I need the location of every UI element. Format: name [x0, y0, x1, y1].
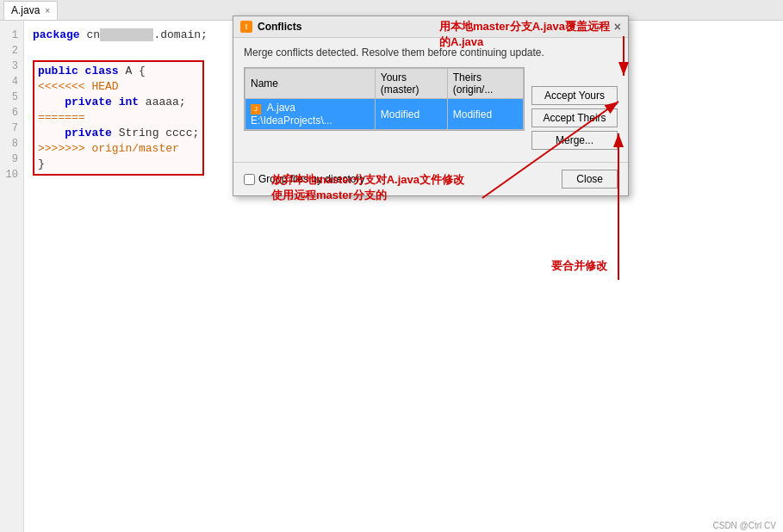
dialog-body: Merge conflicts detected. Resolve them b…	[233, 38, 628, 158]
code-line-6: =======	[38, 110, 199, 126]
code-line-8: >>>>>>> origin/master	[38, 141, 199, 157]
table-wrapper: Name Yours (master) Theirs (origin/... J…	[244, 67, 618, 150]
table-container: Name Yours (master) Theirs (origin/... J…	[244, 67, 525, 150]
conflict-block: public class A { <<<<<<< HEAD private in…	[33, 60, 204, 176]
table-body: J A.java E:\IdeaProjects\... Modified Mo…	[245, 99, 524, 130]
col-name: Name	[245, 69, 376, 99]
group-files-checkbox[interactable]	[244, 174, 255, 185]
group-files-label: Group files by directory	[258, 173, 364, 185]
cell-yours: Modified	[375, 99, 447, 130]
code-line-4: <<<<<<< HEAD	[38, 79, 199, 95]
dialog-title-left: ! Conflicts	[240, 21, 301, 33]
code-line-3: public class A {	[38, 64, 199, 79]
dialog-title-text: Conflicts	[258, 21, 301, 33]
dialog-close-button[interactable]: ×	[614, 20, 621, 34]
code-line-7: private String cccc;	[38, 126, 199, 141]
code-line-9: }	[38, 157, 199, 172]
group-files-checkbox-label[interactable]: Group files by directory	[244, 173, 364, 185]
tab-label: A.java	[11, 4, 40, 16]
dialog-conflict-icon: !	[240, 21, 252, 33]
table-row[interactable]: J A.java E:\IdeaProjects\... Modified Mo…	[245, 99, 524, 130]
cell-name: J A.java E:\IdeaProjects\...	[245, 99, 376, 130]
tab-a-java[interactable]: A.java ×	[3, 1, 58, 20]
line-numbers: 1 2 3 4 5 6 7 8 9 10	[0, 21, 24, 532]
table-header: Name Yours (master) Theirs (origin/...	[245, 69, 524, 99]
tab-close-icon[interactable]: ×	[45, 6, 50, 15]
conflicts-table: Name Yours (master) Theirs (origin/... J…	[245, 68, 524, 130]
watermark: CSDN @Ctrl CV	[713, 521, 777, 530]
conflicts-dialog: ! Conflicts × Merge conflicts detected. …	[233, 15, 629, 196]
col-yours: Yours (master)	[375, 69, 447, 99]
dialog-footer: Group files by directory Close	[233, 162, 628, 195]
dialog-title-bar: ! Conflicts ×	[233, 16, 628, 38]
accept-yours-button[interactable]: Accept Yours	[531, 86, 618, 105]
accept-theirs-button[interactable]: Accept Theirs	[531, 108, 618, 127]
close-button[interactable]: Close	[562, 170, 618, 189]
table-scroll-area[interactable]: Name Yours (master) Theirs (origin/... J…	[244, 67, 525, 131]
code-line-5: private int aaaaa;	[38, 95, 199, 110]
col-theirs: Theirs (origin/...	[447, 69, 523, 99]
dialog-buttons-panel: Accept Yours Accept Theirs Merge...	[531, 67, 618, 150]
cell-theirs: Modified	[447, 99, 523, 130]
file-icon: J	[251, 104, 261, 114]
header-row: Name Yours (master) Theirs (origin/...	[245, 69, 524, 99]
dialog-message: Merge conflicts detected. Resolve them b…	[244, 46, 618, 59]
merge-button[interactable]: Merge...	[531, 131, 618, 150]
